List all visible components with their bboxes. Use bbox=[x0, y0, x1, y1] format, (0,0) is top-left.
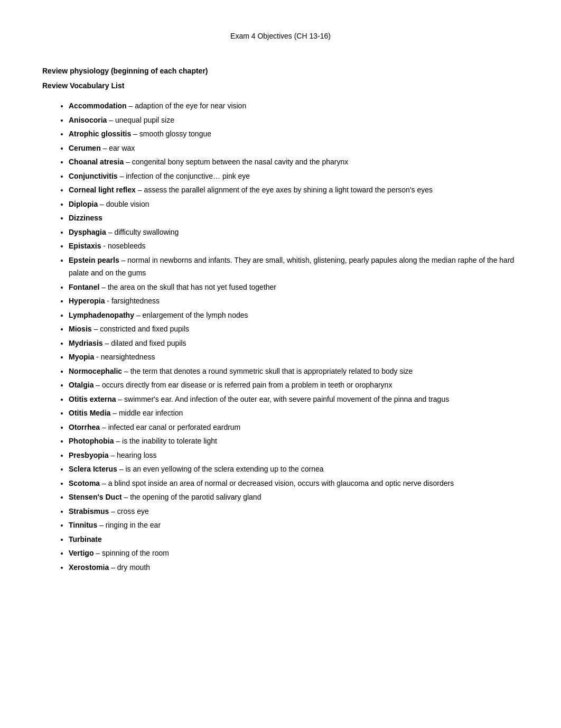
vocab-definition: – smooth glossy tongue bbox=[131, 130, 211, 138]
vocab-definition: – unequal pupil size bbox=[107, 116, 174, 124]
vocab-definition: - nosebleeds bbox=[101, 242, 145, 250]
list-item: Otalgia – occurs directly from ear disea… bbox=[69, 379, 519, 392]
list-item: Normocephalic – the term that denotes a … bbox=[69, 365, 519, 378]
vocab-term: Sclera Icterus bbox=[69, 465, 117, 473]
vocab-term: Miosis bbox=[69, 325, 92, 333]
vocab-term: Otorrhea bbox=[69, 423, 100, 431]
vocab-definition: – the term that denotes a round symmetri… bbox=[122, 367, 413, 375]
vocab-definition: – constricted and fixed pupils bbox=[92, 325, 189, 333]
vocab-definition: – congenital bony septum between the nas… bbox=[124, 158, 348, 166]
list-item: Diplopia – double vision bbox=[69, 198, 519, 211]
list-item: Anisocoria – unequal pupil size bbox=[69, 114, 519, 127]
list-item: Mydriasis – dilated and fixed pupils bbox=[69, 337, 519, 350]
list-item: Atrophic glossitis – smooth glossy tongu… bbox=[69, 127, 519, 141]
vocab-term: Normocephalic bbox=[69, 367, 122, 375]
vocab-definition: – cross eye bbox=[109, 507, 148, 515]
list-item: Photophobia – is the inability to tolera… bbox=[69, 435, 519, 448]
vocab-term: Diplopia bbox=[69, 200, 98, 208]
vocab-definition: – dry mouth bbox=[109, 563, 150, 572]
vocab-definition: – a blind spot inside an area of normal … bbox=[100, 479, 454, 487]
vocab-definition: – the area on the skull that has not yet… bbox=[99, 283, 276, 291]
vocab-term: Mydriasis bbox=[69, 339, 103, 347]
list-item: Strabismus – cross eye bbox=[69, 505, 519, 518]
vocab-term: Anisocoria bbox=[69, 116, 107, 124]
vocab-term: Hyperopia bbox=[69, 297, 105, 305]
vocab-term: Cerumen bbox=[69, 144, 101, 152]
vocab-definition: – double vision bbox=[98, 200, 149, 208]
list-item: Vertigo – spinning of the room bbox=[69, 547, 519, 560]
list-item: Choanal atresia – congenital bony septum… bbox=[69, 155, 519, 169]
vocab-term: Accommodation bbox=[69, 102, 127, 110]
list-item: Corneal light reflex – assess the parall… bbox=[69, 183, 519, 197]
vocab-term: Otalgia bbox=[69, 381, 94, 389]
list-item: Dizziness bbox=[69, 211, 519, 225]
vocab-term: Xerostomia bbox=[69, 563, 109, 572]
vocab-definition: – occurs directly from ear disease or is… bbox=[94, 381, 392, 389]
vocab-definition: – normal in newborns and infants. They a… bbox=[69, 256, 514, 278]
vocab-term: Presbyopia bbox=[69, 451, 108, 459]
list-item: Lymphadenopathy – enlargement of the lym… bbox=[69, 309, 519, 322]
vocab-term: Stensen's Duct bbox=[69, 493, 122, 501]
vocab-definition: – enlargement of the lymph nodes bbox=[134, 311, 248, 319]
list-item: Epstein pearls – normal in newborns and … bbox=[69, 254, 519, 280]
list-item: Myopia - nearsightedness bbox=[69, 351, 519, 364]
list-item: Stensen's Duct – the opening of the paro… bbox=[69, 491, 519, 504]
vocab-term: Dizziness bbox=[69, 214, 102, 222]
vocab-heading: Review Vocabulary List bbox=[42, 81, 519, 90]
vocab-definition: – hearing loss bbox=[108, 451, 156, 459]
list-item: Dysphagia – difficulty swallowing bbox=[69, 226, 519, 239]
list-item: Epistaxis - nosebleeds bbox=[69, 239, 519, 253]
vocab-term: Atrophic glossitis bbox=[69, 130, 131, 138]
vocab-term: Dysphagia bbox=[69, 228, 106, 236]
vocab-definition: – difficulty swallowing bbox=[106, 228, 179, 236]
vocab-definition: – adaption of the eye for near vision bbox=[127, 102, 246, 110]
list-item: Presbyopia – hearing loss bbox=[69, 449, 519, 462]
vocab-term: Myopia bbox=[69, 353, 94, 361]
list-item: Cerumen – ear wax bbox=[69, 142, 519, 155]
page-title: Exam 4 Objectives (CH 13-16) bbox=[42, 32, 519, 40]
vocabulary-list: Accommodation – adaption of the eye for … bbox=[42, 99, 519, 574]
list-item: Scotoma – a blind spot inside an area of… bbox=[69, 477, 519, 490]
list-item: Otitis externa – swimmer's ear. And infe… bbox=[69, 393, 519, 406]
list-item: Otorrhea – infected ear canal or perfora… bbox=[69, 421, 519, 434]
vocab-definition: – swimmer's ear. And infection of the ou… bbox=[116, 395, 449, 403]
vocab-term: Strabismus bbox=[69, 507, 109, 515]
list-item: Miosis – constricted and fixed pupils bbox=[69, 322, 519, 336]
vocab-definition: - farsightedness bbox=[105, 297, 160, 305]
list-item: Hyperopia - farsightedness bbox=[69, 294, 519, 308]
list-item: Fontanel – the area on the skull that ha… bbox=[69, 281, 519, 294]
list-item: Sclera Icterus – is an even yellowing of… bbox=[69, 463, 519, 476]
vocab-definition: – spinning of the room bbox=[94, 549, 169, 557]
vocab-term: Corneal light reflex bbox=[69, 186, 136, 194]
list-item: Xerostomia – dry mouth bbox=[69, 561, 519, 574]
vocab-term: Otitis externa bbox=[69, 395, 116, 403]
list-item: Accommodation – adaption of the eye for … bbox=[69, 99, 519, 113]
list-item: Otitis Media – middle ear infection bbox=[69, 407, 519, 420]
vocab-definition: – dilated and fixed pupils bbox=[103, 339, 186, 347]
vocab-term: Photophobia bbox=[69, 437, 114, 445]
vocab-definition: – ear wax bbox=[101, 144, 135, 152]
vocab-definition: – assess the parallel alignment of the e… bbox=[136, 186, 433, 194]
vocab-definition: – is an even yellowing of the sclera ext… bbox=[117, 465, 324, 473]
vocab-term: Turbinate bbox=[69, 535, 102, 543]
vocab-term: Epstein pearls bbox=[69, 256, 119, 264]
vocab-term: Otitis Media bbox=[69, 409, 110, 417]
vocab-term: Epistaxis bbox=[69, 242, 101, 250]
section-heading-physiology: Review physiology (beginning of each cha… bbox=[42, 67, 519, 75]
vocab-term: Fontanel bbox=[69, 283, 99, 291]
vocab-term: Vertigo bbox=[69, 549, 94, 557]
vocab-definition: - nearsightedness bbox=[94, 353, 155, 361]
vocab-term: Conjunctivitis bbox=[69, 172, 118, 180]
vocab-term: Choanal atresia bbox=[69, 158, 124, 166]
list-item: Turbinate bbox=[69, 533, 519, 546]
list-item: Tinnitus – ringing in the ear bbox=[69, 519, 519, 532]
vocab-definition: – the opening of the parotid salivary gl… bbox=[122, 493, 261, 501]
vocab-definition: – infected ear canal or perforated eardr… bbox=[100, 423, 240, 431]
vocab-definition: – ringing in the ear bbox=[97, 521, 161, 529]
vocab-term: Scotoma bbox=[69, 479, 100, 487]
vocab-term: Tinnitus bbox=[69, 521, 97, 529]
vocab-definition: – infection of the conjunctive… pink eye bbox=[118, 172, 250, 180]
vocab-definition: – is the inability to tolerate light bbox=[114, 437, 217, 445]
vocab-definition: – middle ear infection bbox=[110, 409, 183, 417]
list-item: Conjunctivitis – infection of the conjun… bbox=[69, 170, 519, 183]
